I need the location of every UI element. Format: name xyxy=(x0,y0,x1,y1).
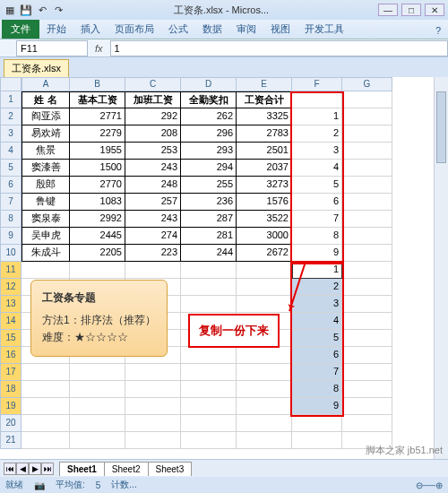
tab-view[interactable]: 视图 xyxy=(263,20,297,39)
tab-home[interactable]: 开始 xyxy=(39,20,73,39)
sheet-nav-prev-icon[interactable]: ◀ xyxy=(16,463,29,475)
cell[interactable] xyxy=(342,125,392,143)
cell[interactable] xyxy=(342,347,392,364)
select-all-corner[interactable] xyxy=(0,77,22,91)
cell[interactable] xyxy=(342,108,392,125)
cell[interactable]: 2279 xyxy=(70,125,125,143)
cell[interactable]: 工资合计 xyxy=(237,91,292,108)
cell[interactable] xyxy=(342,228,392,245)
cell[interactable]: 7 xyxy=(292,364,342,381)
cell[interactable] xyxy=(237,415,292,432)
col-header-G[interactable]: G xyxy=(342,77,392,91)
row-header-8[interactable]: 8 xyxy=(0,211,22,228)
cell[interactable]: 208 xyxy=(125,125,181,143)
cell[interactable]: 262 xyxy=(181,108,237,125)
col-header-E[interactable]: E xyxy=(237,77,292,91)
workbook-tab[interactable]: 工资条.xlsx xyxy=(4,59,69,77)
cell[interactable]: 5 xyxy=(292,177,342,194)
cell[interactable] xyxy=(342,364,392,381)
cell[interactable] xyxy=(70,432,125,449)
maximize-button[interactable]: □ xyxy=(401,4,421,16)
cell[interactable]: 窦泉泰 xyxy=(22,211,70,228)
cell[interactable] xyxy=(342,262,392,279)
tab-review[interactable]: 审阅 xyxy=(229,20,263,39)
cell[interactable]: 3 xyxy=(292,143,342,160)
cell[interactable] xyxy=(22,398,70,415)
cell[interactable] xyxy=(342,143,392,160)
cell[interactable]: 1576 xyxy=(237,194,292,211)
file-tab[interactable]: 文件 xyxy=(2,20,39,39)
cell[interactable] xyxy=(22,432,70,449)
cell[interactable]: 1083 xyxy=(70,194,125,211)
row-header-1[interactable]: 1 xyxy=(0,91,22,108)
cell[interactable]: 殷郎 xyxy=(22,177,70,194)
cell[interactable] xyxy=(181,279,237,296)
col-header-C[interactable]: C xyxy=(125,77,181,91)
cell[interactable]: 3522 xyxy=(237,211,292,228)
cell[interactable] xyxy=(237,398,292,415)
cell[interactable] xyxy=(181,262,237,279)
sheet-tab-1[interactable]: Sheet1 xyxy=(59,462,105,476)
cell[interactable]: 鲁键 xyxy=(22,194,70,211)
row-header-17[interactable]: 17 xyxy=(0,364,22,381)
cell[interactable]: 窦漆善 xyxy=(22,160,70,177)
tab-developer[interactable]: 开发工具 xyxy=(297,20,351,39)
cell[interactable]: 236 xyxy=(181,194,237,211)
cell[interactable] xyxy=(237,279,292,296)
row-header-4[interactable]: 4 xyxy=(0,143,22,160)
cell[interactable] xyxy=(181,398,237,415)
cell[interactable]: 296 xyxy=(181,125,237,143)
cell[interactable]: 293 xyxy=(181,143,237,160)
cell[interactable]: 281 xyxy=(181,228,237,245)
help-icon[interactable]: ? xyxy=(428,22,448,39)
cell[interactable] xyxy=(70,262,125,279)
tab-formulas[interactable]: 公式 xyxy=(161,20,195,39)
cell[interactable]: 阎亚添 xyxy=(22,108,70,125)
save-icon[interactable]: 💾 xyxy=(20,4,32,16)
cell[interactable]: 6 xyxy=(292,194,342,211)
cell[interactable] xyxy=(181,432,237,449)
row-header-7[interactable]: 7 xyxy=(0,194,22,211)
cell[interactable]: 2445 xyxy=(70,228,125,245)
cell[interactable]: 1500 xyxy=(70,160,125,177)
redo-icon[interactable]: ↷ xyxy=(52,4,65,16)
row-header-12[interactable]: 12 xyxy=(0,279,22,296)
column-headers[interactable]: ABCDEFG xyxy=(22,77,448,91)
cell[interactable]: 244 xyxy=(181,245,237,262)
cell[interactable]: 基本工资 xyxy=(70,91,125,108)
cell[interactable] xyxy=(342,177,392,194)
record-icon[interactable]: 📷 xyxy=(34,480,45,490)
cell[interactable] xyxy=(237,262,292,279)
row-header-18[interactable]: 18 xyxy=(0,381,22,398)
cell[interactable]: 287 xyxy=(181,211,237,228)
cell[interactable] xyxy=(181,296,237,313)
row-header-21[interactable]: 21 xyxy=(0,432,22,449)
cell[interactable]: 243 xyxy=(125,160,181,177)
cell[interactable] xyxy=(342,313,392,330)
cell[interactable] xyxy=(342,211,392,228)
row-header-20[interactable]: 20 xyxy=(0,415,22,432)
row-header-2[interactable]: 2 xyxy=(0,108,22,125)
sheet-nav-next-icon[interactable]: ▶ xyxy=(29,463,41,475)
row-header-3[interactable]: 3 xyxy=(0,125,22,143)
cell[interactable]: 姓 名 xyxy=(22,91,70,108)
cell[interactable] xyxy=(342,296,392,313)
cell[interactable]: 9 xyxy=(292,245,342,262)
cell[interactable] xyxy=(181,381,237,398)
spreadsheet-grid[interactable]: ABCDEFG 12345678910111213141516171819202… xyxy=(0,77,448,477)
cell[interactable]: 4 xyxy=(292,160,342,177)
cell[interactable]: 易欢靖 xyxy=(22,125,70,143)
cell[interactable]: 3325 xyxy=(237,108,292,125)
cell[interactable]: 253 xyxy=(125,143,181,160)
cell[interactable]: 248 xyxy=(125,177,181,194)
row-headers[interactable]: 123456789101112131415161718192021 xyxy=(0,91,22,449)
row-header-11[interactable]: 11 xyxy=(0,262,22,279)
cell[interactable] xyxy=(292,415,342,432)
cell[interactable]: 6 xyxy=(292,347,342,364)
cell[interactable]: 5 xyxy=(292,330,342,347)
tab-data[interactable]: 数据 xyxy=(195,20,229,39)
row-header-15[interactable]: 15 xyxy=(0,330,22,347)
cell[interactable]: 吴申虎 xyxy=(22,228,70,245)
col-header-F[interactable]: F xyxy=(292,77,342,91)
cell[interactable] xyxy=(292,91,342,108)
